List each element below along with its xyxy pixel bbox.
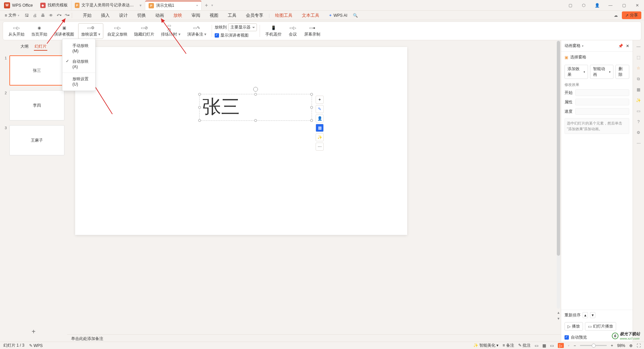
fullscreen-icon[interactable]: ⛶ xyxy=(637,343,641,348)
scroll-up-icon[interactable]: ▴ xyxy=(557,310,560,315)
view-reading-icon[interactable]: ▭ xyxy=(550,343,554,348)
rail-star-icon[interactable]: ☆ xyxy=(636,65,642,71)
print-icon[interactable]: 🖶 xyxy=(40,13,46,18)
pin-icon[interactable]: 📌 xyxy=(618,44,623,48)
cloud-icon[interactable]: ☁ xyxy=(613,13,619,18)
view-normal-icon[interactable]: ▭ xyxy=(535,343,538,348)
resize-handle[interactable] xyxy=(198,119,201,122)
more-tool-icon[interactable]: ⋯ xyxy=(316,143,324,151)
dropdown-icon[interactable]: ▾ xyxy=(211,3,213,7)
play-current[interactable]: ◉ 当页开始 xyxy=(29,24,50,38)
slide-thumbnail[interactable]: 李四 xyxy=(9,90,64,120)
canvas[interactable]: 张三 ✦ ✎ 👤 ▦ ✨ ⋯ ▴ ▾ xyxy=(67,40,561,334)
hide-slide[interactable]: ▭⊘ 隐藏幻灯片 xyxy=(131,24,157,38)
zoom-in-icon[interactable]: + xyxy=(611,343,613,348)
zoom-value[interactable]: 98% xyxy=(617,343,625,348)
save-icon[interactable]: 🖫 xyxy=(24,13,30,18)
doc-tab-templates[interactable]: ◆ 找稻壳模板 xyxy=(37,1,71,10)
maximize-icon[interactable]: ▢ xyxy=(620,1,628,9)
dropdown-icon[interactable]: ▾ xyxy=(140,3,142,8)
rail-help-icon[interactable]: ? xyxy=(636,119,642,125)
show-presenter-checkbox[interactable]: 显示演讲者视图 xyxy=(215,33,249,38)
tab-drawing-tools[interactable]: 绘图工具 xyxy=(271,11,297,20)
share-button[interactable]: ↗分享 xyxy=(622,11,641,19)
selection-pane-link[interactable]: ▣ 选择窗格 xyxy=(561,52,633,63)
play-from-start[interactable]: ▭▷ 从头开始 xyxy=(6,24,27,38)
play-settings-item[interactable]: 放映设置(U) xyxy=(62,73,95,89)
speaker-notes[interactable]: ▭✎ 演讲备注 ▾ xyxy=(184,24,209,38)
redo-icon[interactable]: ↷▾ xyxy=(64,13,70,18)
tab-insert[interactable]: 插入 xyxy=(97,11,114,20)
resize-handle[interactable] xyxy=(198,93,201,96)
file-menu[interactable]: ≡ 文件 ▾ xyxy=(3,12,21,18)
preview-icon[interactable]: 👁 xyxy=(48,13,54,18)
view-sorter-icon[interactable]: ▦ xyxy=(542,343,546,348)
close-icon[interactable]: ✕ xyxy=(633,1,641,9)
wps-status[interactable]: ✎ WPS xyxy=(29,343,43,348)
thumbnail-item[interactable]: 2 李四 xyxy=(3,90,64,120)
slideshow-settings[interactable]: ▭⚙ 放映设置 ▾ xyxy=(78,23,103,39)
attr-select[interactable] xyxy=(575,99,629,105)
smart-anim-button[interactable]: 智能动画▾ xyxy=(590,65,613,79)
meeting[interactable]: ▭▷ 会议 xyxy=(285,24,300,38)
slide-thumbnail[interactable]: 张三 xyxy=(9,55,64,86)
rotate-handle[interactable] xyxy=(253,87,258,92)
slide-thumbnail[interactable]: 王麻子 xyxy=(9,125,64,155)
fit-icon[interactable]: ⊕ xyxy=(629,343,633,348)
tab-member[interactable]: 会员专享 xyxy=(242,11,267,20)
edit-tool-icon[interactable]: ✎ xyxy=(316,105,324,113)
move-up-icon[interactable]: ▴ xyxy=(583,312,588,318)
text-box[interactable]: 张三 ✦ ✎ 👤 ▦ ✨ ⋯ xyxy=(199,94,312,121)
print-quick-icon[interactable]: 🖨 xyxy=(32,13,38,18)
window-restore-icon[interactable]: ▢ xyxy=(566,1,574,9)
tab-tools[interactable]: 工具 xyxy=(224,11,240,20)
tab-design[interactable]: 设计 xyxy=(115,11,132,20)
zoom-out-icon[interactable]: − xyxy=(574,343,576,348)
view-play-icon[interactable]: ▷ xyxy=(558,343,564,348)
rail-icon[interactable]: ⧉ xyxy=(636,76,642,82)
rehearse-timings[interactable]: ▭⏱ 排练计时 ▾ xyxy=(158,24,183,38)
undo-icon[interactable]: ↶▾ xyxy=(56,13,62,18)
add-effect-button[interactable]: 添加效果▾ xyxy=(565,65,588,79)
tab-text-tools[interactable]: 文本工具 xyxy=(298,11,323,20)
notes-area[interactable]: 单击此处添加备注 xyxy=(67,334,561,342)
resize-handle[interactable] xyxy=(310,106,313,109)
slideshow-button[interactable]: ▭幻灯片播放 xyxy=(585,322,616,331)
thumbnail-item[interactable]: 3 王麻子 xyxy=(3,125,64,155)
rail-icon[interactable]: ✨ xyxy=(636,97,642,103)
scroll-thumb[interactable] xyxy=(557,41,560,256)
avatar-icon[interactable]: 👤 xyxy=(593,1,601,9)
scroll-down-icon[interactable]: ▾ xyxy=(557,316,560,321)
tab-review[interactable]: 审阅 xyxy=(187,11,204,20)
vertical-scrollbar[interactable]: ▴ ▾ xyxy=(557,40,560,321)
slides-tab[interactable]: 幻灯片 xyxy=(34,43,47,51)
tab-view[interactable]: 视图 xyxy=(206,11,222,20)
display-select[interactable]: 主要显示器 xyxy=(228,23,257,31)
magic-tool-icon[interactable]: ✨ xyxy=(316,133,324,141)
rail-more-icon[interactable]: ⋯ xyxy=(636,140,642,146)
tab-transition[interactable]: 切换 xyxy=(133,11,150,20)
presenter-view[interactable]: ▣ 演讲者视图 xyxy=(51,24,77,38)
resize-handle[interactable] xyxy=(254,119,257,122)
speed-select[interactable] xyxy=(575,108,629,115)
auto-play-item[interactable]: 自动放映(A) xyxy=(62,56,95,72)
layout-tool-icon[interactable]: ▦ xyxy=(316,124,324,132)
minimize-icon[interactable]: — xyxy=(606,1,614,9)
resize-handle[interactable] xyxy=(310,93,313,96)
notes-toggle[interactable]: ≡ 备注 xyxy=(502,343,514,348)
new-tab-button[interactable]: + xyxy=(202,2,211,8)
resize-handle[interactable] xyxy=(310,119,313,122)
move-down-icon[interactable]: ▾ xyxy=(590,312,595,318)
tab-start[interactable]: 开始 xyxy=(79,11,96,20)
play-button[interactable]: ▷播放 xyxy=(565,322,583,331)
rail-icon[interactable]: ⚙ xyxy=(636,130,642,136)
rail-icon[interactable]: ⬚ xyxy=(636,54,642,60)
comments-toggle[interactable]: ✎ 批注 xyxy=(518,343,531,348)
zoom-slider[interactable] xyxy=(580,345,607,346)
slide[interactable]: 张三 ✦ ✎ 👤 ▦ ✨ ⋯ xyxy=(75,47,407,235)
tab-animation[interactable]: 动画 xyxy=(151,11,168,20)
doc-tab-document[interactable]: P 文字是人类用符号记录表达信息以... ▾ xyxy=(71,1,145,10)
resize-handle[interactable] xyxy=(254,93,257,96)
search-icon[interactable]: 🔍 xyxy=(353,13,358,18)
thumbnail-item[interactable]: 1 张三 xyxy=(3,55,64,86)
